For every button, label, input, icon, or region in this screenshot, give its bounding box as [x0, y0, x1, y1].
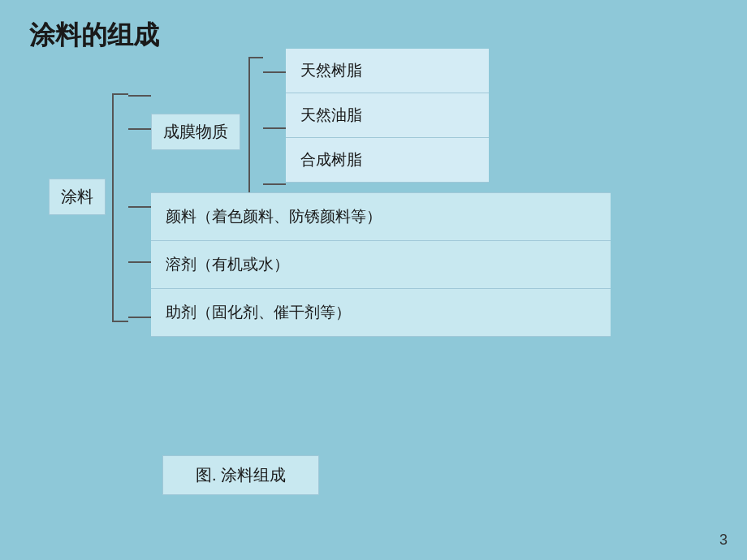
bottom-item-2: 助剂（固化剂、催干剂等）: [151, 289, 611, 337]
slide: 涂料的组成 涂料 成膜物质 天然树脂 天然油脂 合成树脂 颜料（着色颜料、防锈颜…: [0, 0, 747, 560]
sub-block: 天然树脂 天然油脂 合成树脂: [286, 49, 489, 183]
sub-item-0: 天然树脂: [286, 49, 489, 93]
hline-m4: [128, 317, 151, 318]
label-tuliao: 涂料: [49, 179, 106, 215]
bottom-block: 颜料（着色颜料、防锈颜料等） 溶剂（有机或水） 助剂（固化剂、催干剂等）: [151, 192, 611, 337]
hline-m2: [128, 206, 151, 208]
bottom-item-1: 溶剂（有机或水）: [151, 241, 611, 289]
sub-item-1: 天然油脂: [286, 93, 489, 138]
bottom-item-0: 颜料（着色颜料、防锈颜料等）: [151, 193, 611, 241]
main-bracket: [112, 93, 128, 322]
sub-item-2: 合成树脂: [286, 138, 489, 183]
hline-sub2: [263, 127, 286, 129]
hline-sub1: [263, 71, 286, 73]
slide-title: 涂料的组成: [29, 18, 159, 54]
hline-m3: [128, 261, 151, 263]
page-number: 3: [719, 532, 728, 549]
label-chenmo: 成膜物质: [151, 114, 240, 150]
hline-m1: [128, 95, 151, 97]
chenmo-bracket: [248, 57, 263, 199]
hline-sub3: [263, 183, 286, 185]
hline-chenmo: [128, 128, 151, 130]
caption: 图. 涂料组成: [162, 455, 319, 495]
